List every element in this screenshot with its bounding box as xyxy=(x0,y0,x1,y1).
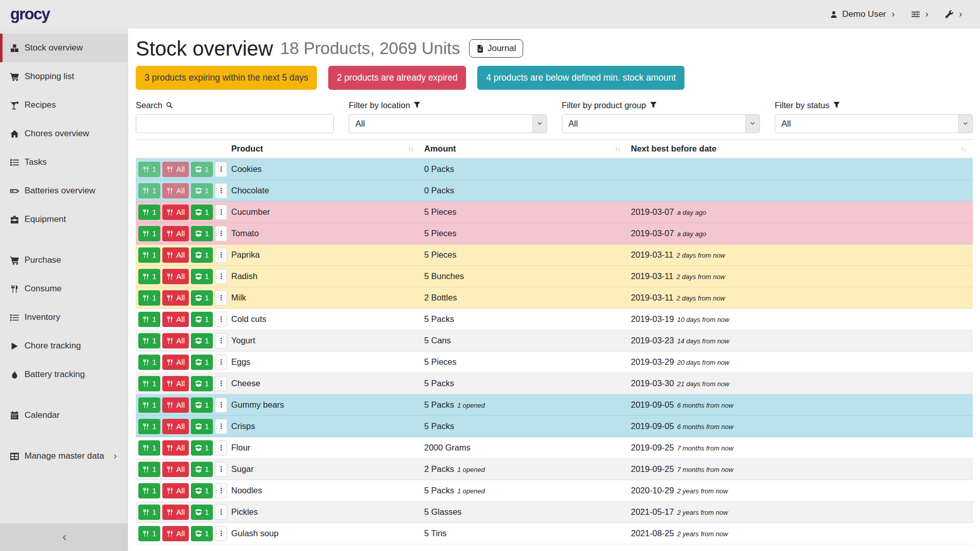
consume-all-button[interactable]: All xyxy=(162,269,189,284)
open-one-button[interactable]: 1 xyxy=(191,162,213,177)
row-menu-button[interactable] xyxy=(215,462,227,477)
sidebar-item-chore-tracking[interactable]: Chore tracking xyxy=(0,332,128,360)
consume-one-button[interactable]: 1 xyxy=(138,397,160,413)
status-alert[interactable]: 2 products are already expired xyxy=(328,66,466,90)
sidebar-item-stock-overview[interactable]: Stock overview xyxy=(0,34,128,62)
row-menu-button[interactable] xyxy=(215,505,227,520)
consume-all-button[interactable]: All xyxy=(162,312,189,327)
sidebar-item-consume[interactable]: Consume xyxy=(0,274,128,303)
open-one-button[interactable]: 1 xyxy=(191,505,213,520)
consume-one-button[interactable]: 1 xyxy=(138,440,160,456)
open-one-button[interactable]: 1 xyxy=(191,205,213,220)
consume-one-button[interactable]: 1 xyxy=(138,376,160,391)
consume-all-button[interactable]: All xyxy=(162,355,189,370)
consume-one-button[interactable]: 1 xyxy=(138,505,160,520)
open-one-button[interactable]: 1 xyxy=(191,440,213,456)
consume-one-button[interactable]: 1 xyxy=(138,183,160,198)
row-menu-button[interactable] xyxy=(215,226,227,241)
consume-all-button[interactable]: All xyxy=(162,162,189,177)
open-one-button[interactable]: 1 xyxy=(191,312,213,327)
sidebar-item-batteries-overview[interactable]: Batteries overview xyxy=(0,177,128,205)
open-one-button[interactable]: 1 xyxy=(191,462,213,477)
row-menu-button[interactable] xyxy=(215,419,227,434)
app-logo[interactable]: grocy xyxy=(10,5,50,23)
column-header-amount[interactable]: Amount xyxy=(420,140,627,158)
row-menu-button[interactable] xyxy=(215,355,227,370)
consume-one-button[interactable]: 1 xyxy=(138,205,160,220)
row-menu-button[interactable] xyxy=(215,247,227,263)
row-menu-button[interactable] xyxy=(215,183,227,198)
row-menu-button[interactable] xyxy=(215,162,227,177)
sidebar-item-inventory[interactable]: Inventory xyxy=(0,303,128,332)
row-menu-button[interactable] xyxy=(215,312,227,327)
consume-one-button[interactable]: 1 xyxy=(138,333,160,348)
consume-one-button[interactable]: 1 xyxy=(138,526,160,541)
journal-button[interactable]: Journal xyxy=(469,39,523,58)
consume-all-button[interactable]: All xyxy=(162,483,189,498)
sidebar-item-equipment[interactable]: Equipment xyxy=(0,205,128,234)
consume-all-button[interactable]: All xyxy=(162,397,189,413)
sidebar-item-chores-overview[interactable]: Chores overview xyxy=(0,119,128,148)
consume-all-button[interactable]: All xyxy=(162,247,189,263)
column-header-product[interactable]: Product xyxy=(227,140,420,158)
consume-all-button[interactable]: All xyxy=(162,462,189,477)
user-menu[interactable]: Demo User xyxy=(830,9,896,19)
sidebar-collapse-button[interactable] xyxy=(0,523,128,551)
sidebar-item-shopping-list[interactable]: Shopping list xyxy=(0,62,128,91)
open-one-button[interactable]: 1 xyxy=(191,376,213,391)
consume-one-button[interactable]: 1 xyxy=(138,419,160,434)
sidebar-item-battery-tracking[interactable]: Battery tracking xyxy=(0,360,128,389)
status-alert[interactable]: 3 products expiring within the next 5 da… xyxy=(136,66,317,90)
open-one-button[interactable]: 1 xyxy=(191,419,213,434)
open-one-button[interactable]: 1 xyxy=(191,247,213,263)
sidebar-item-recipes[interactable]: Recipes xyxy=(0,91,128,119)
consume-all-button[interactable]: All xyxy=(162,226,189,241)
open-one-button[interactable]: 1 xyxy=(191,226,213,241)
sidebar-item-tasks[interactable]: Tasks xyxy=(0,148,128,177)
open-one-button[interactable]: 1 xyxy=(191,269,213,284)
open-one-button[interactable]: 1 xyxy=(191,290,213,306)
row-menu-button[interactable] xyxy=(215,290,227,306)
consume-all-button[interactable]: All xyxy=(162,290,189,306)
sidebar-item-manage-master-data[interactable]: Manage master data xyxy=(0,442,128,470)
search-input[interactable] xyxy=(136,114,334,133)
row-menu-button[interactable] xyxy=(215,526,227,541)
row-menu-button[interactable] xyxy=(215,440,227,456)
consume-one-button[interactable]: 1 xyxy=(138,483,160,498)
consume-one-button[interactable]: 1 xyxy=(138,269,160,284)
consume-one-button[interactable]: 1 xyxy=(138,462,160,477)
consume-one-button[interactable]: 1 xyxy=(138,312,160,327)
open-one-button[interactable]: 1 xyxy=(191,397,213,413)
product-group-filter-select[interactable]: All xyxy=(562,114,760,133)
row-menu-button[interactable] xyxy=(215,483,227,498)
row-menu-button[interactable] xyxy=(215,269,227,284)
row-menu-button[interactable] xyxy=(215,205,227,220)
row-menu-button[interactable] xyxy=(215,333,227,348)
consume-all-button[interactable]: All xyxy=(162,526,189,541)
consume-one-button[interactable]: 1 xyxy=(138,247,160,263)
consume-one-button[interactable]: 1 xyxy=(138,162,160,177)
consume-all-button[interactable]: All xyxy=(162,205,189,220)
consume-all-button[interactable]: All xyxy=(162,419,189,434)
consume-one-button[interactable]: 1 xyxy=(138,290,160,306)
row-menu-button[interactable] xyxy=(215,376,227,391)
consume-all-button[interactable]: All xyxy=(162,505,189,520)
open-one-button[interactable]: 1 xyxy=(191,355,213,370)
open-one-button[interactable]: 1 xyxy=(191,526,213,541)
settings-menu[interactable] xyxy=(912,10,930,18)
location-filter-select[interactable]: All xyxy=(349,114,547,133)
sidebar-item-calendar[interactable]: Calendar xyxy=(0,401,128,430)
row-menu-button[interactable] xyxy=(215,397,227,413)
consume-one-button[interactable]: 1 xyxy=(138,226,160,241)
consume-all-button[interactable]: All xyxy=(162,183,189,198)
admin-menu[interactable] xyxy=(945,10,964,18)
sidebar-item-purchase[interactable]: Purchase xyxy=(0,246,128,274)
consume-all-button[interactable]: All xyxy=(162,376,189,391)
consume-all-button[interactable]: All xyxy=(162,333,189,348)
open-one-button[interactable]: 1 xyxy=(191,483,213,498)
status-alert[interactable]: 4 products are below defined min. stock … xyxy=(477,66,684,90)
consume-all-button[interactable]: All xyxy=(162,440,189,456)
column-header-best-before[interactable]: Next best before date xyxy=(627,140,973,158)
status-filter-select[interactable]: All xyxy=(775,114,973,133)
open-one-button[interactable]: 1 xyxy=(191,333,213,348)
